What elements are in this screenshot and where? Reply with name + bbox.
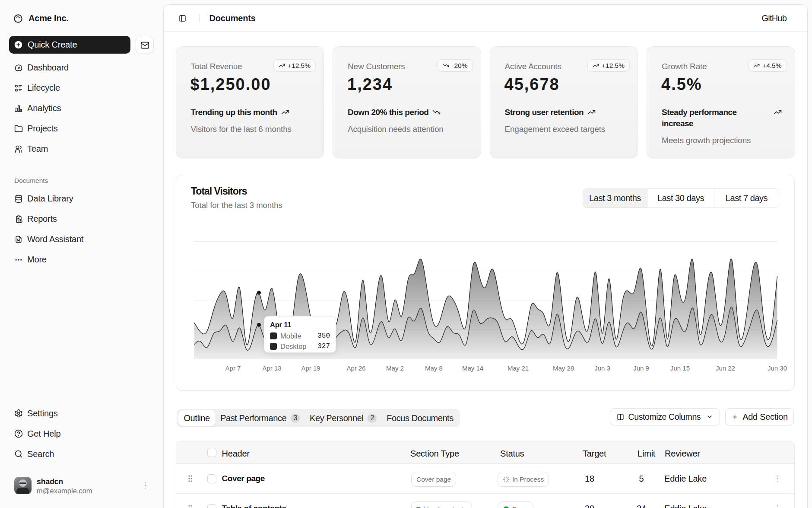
svg-text:May 8: May 8 (425, 364, 443, 372)
svg-text:May 14: May 14 (462, 364, 483, 372)
svg-text:May 28: May 28 (552, 364, 574, 372)
svg-text:Jun 3: Jun 3 (594, 364, 610, 372)
svg-text:Jun 22: Jun 22 (715, 364, 735, 372)
svg-text:Apr 19: Apr 19 (301, 364, 320, 372)
svg-text:Apr 13: Apr 13 (262, 364, 281, 372)
svg-text:May 21: May 21 (507, 364, 528, 372)
svg-text:Apr 7: Apr 7 (225, 364, 241, 372)
svg-text:May 2: May 2 (386, 364, 404, 372)
svg-text:Jun 9: Jun 9 (633, 364, 649, 372)
svg-text:Apr 26: Apr 26 (346, 364, 365, 372)
svg-text:Jun 30: Jun 30 (767, 364, 787, 372)
svg-text:Jun 15: Jun 15 (670, 364, 689, 372)
